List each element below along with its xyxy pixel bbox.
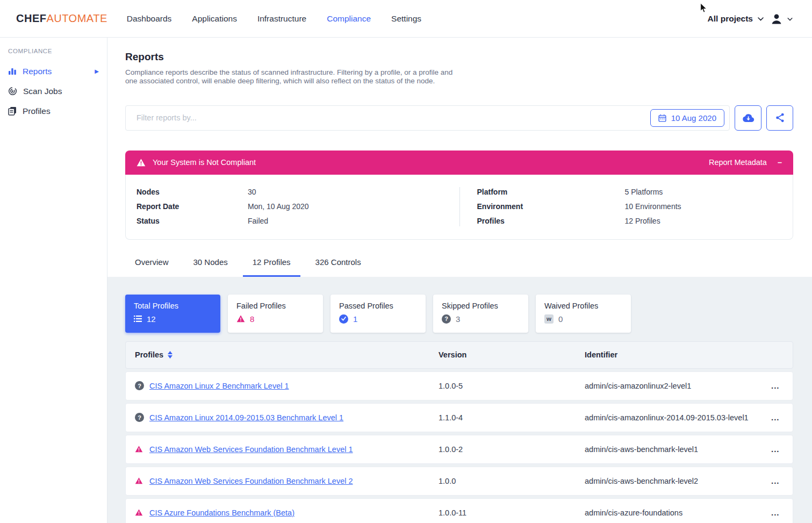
warning-icon <box>136 159 146 167</box>
compliance-status-banner: Your System is Not Compliant Report Meta… <box>125 151 793 175</box>
metadata-row-nodes: Nodes 30 <box>136 185 459 199</box>
card-count-value: 1 <box>353 314 357 324</box>
metadata-row-status: Status Failed <box>136 214 459 228</box>
collapse-metadata-button[interactable]: – <box>778 158 782 167</box>
metadata-value: Mon, 10 Aug 2020 <box>248 202 309 211</box>
profile-identifier: admin/cis-azure-foundations <box>585 508 771 517</box>
tab-overview[interactable]: Overview <box>125 257 178 277</box>
list-icon <box>134 316 142 322</box>
card-title: Failed Profiles <box>236 302 314 310</box>
banner-message: Your System is Not Compliant <box>153 158 256 167</box>
top-navigation: CHEF AUTOMATE Dashboards Applications In… <box>0 0 812 38</box>
row-menu-button[interactable]: ... <box>771 476 793 485</box>
chevron-down-icon[interactable] <box>758 17 764 21</box>
card-skipped-profiles[interactable]: Skipped Profiles ? 3 <box>433 295 528 333</box>
warning-icon <box>135 446 149 453</box>
profile-link[interactable]: CIS Amazon Linux 2014.09-2015.03 Benchma… <box>149 413 439 422</box>
column-header-identifier: Identifier <box>585 350 771 359</box>
metadata-label: Report Date <box>136 202 248 211</box>
filter-reports-input[interactable]: Filter reports by... 10 Aug 2020 <box>125 105 730 131</box>
reports-toolbar: Filter reports by... 10 Aug 2020 <box>125 105 793 131</box>
profile-identifier: admin/cis-amazonlinux2-level1 <box>585 382 771 390</box>
logo-automate: AUTOMATE <box>46 12 107 25</box>
check-circle-icon <box>339 314 348 324</box>
warning-icon <box>135 509 149 516</box>
metadata-label: Profiles <box>477 217 625 225</box>
profile-link[interactable]: CIS Amazon Linux 2 Benchmark Level 1 <box>149 382 439 390</box>
profile-row: CIS Amazon Web Services Foundation Bench… <box>125 467 793 496</box>
tab-profiles[interactable]: 12 Profiles <box>243 257 300 277</box>
metadata-value: 10 Environments <box>625 202 681 211</box>
question-icon: ? <box>135 413 144 422</box>
report-tabs: Overview 30 Nodes 12 Profiles 326 Contro… <box>125 257 793 277</box>
tab-controls[interactable]: 326 Controls <box>306 257 371 277</box>
nav-settings[interactable]: Settings <box>391 14 421 24</box>
card-total-profiles[interactable]: Total Profiles 12 <box>125 295 220 333</box>
tab-nodes[interactable]: 30 Nodes <box>184 257 238 277</box>
sidebar-item-profiles[interactable]: Profiles <box>0 101 107 121</box>
user-icon[interactable] <box>771 13 782 24</box>
metadata-value: 30 <box>248 188 256 196</box>
compliance-sidebar: COMPLIANCE Reports ▶ Scan Jobs Profiles <box>0 38 107 523</box>
profile-summary-cards: Total Profiles 12 Failed Profiles 8 <box>125 295 793 333</box>
sidebar-item-label: Profiles <box>23 106 51 116</box>
nav-dashboards[interactable]: Dashboards <box>127 14 172 24</box>
card-waived-profiles[interactable]: Waived Profiles w 0 <box>536 295 631 333</box>
chevron-down-icon[interactable] <box>787 18 793 21</box>
chef-automate-logo[interactable]: CHEF AUTOMATE <box>16 12 107 25</box>
card-count-value: 0 <box>558 314 563 324</box>
profile-link[interactable]: CIS Amazon Web Services Foundation Bench… <box>149 445 439 454</box>
row-menu-button[interactable]: ... <box>771 413 793 422</box>
metadata-value: Failed <box>248 217 268 225</box>
flyout-arrow-icon[interactable]: ▶ <box>95 68 99 74</box>
warning-icon <box>236 315 245 323</box>
report-date-label: 10 Aug 2020 <box>671 113 716 123</box>
warning-icon <box>135 477 149 484</box>
sidebar-item-reports[interactable]: Reports ▶ <box>0 61 107 81</box>
waived-icon: w <box>544 314 554 324</box>
profile-row: CIS Amazon Web Services Foundation Bench… <box>125 435 793 464</box>
row-menu-button[interactable]: ... <box>771 381 793 390</box>
question-icon: ? <box>135 381 144 390</box>
profile-identifier: admin/cis-aws-benchmark-level1 <box>585 445 771 454</box>
sort-toggle-icon[interactable] <box>168 351 173 359</box>
card-title: Skipped Profiles <box>442 302 520 310</box>
profile-link[interactable]: CIS Amazon Web Services Foundation Bench… <box>149 477 439 485</box>
sidebar-item-label: Reports <box>23 67 52 76</box>
radar-icon <box>8 87 17 96</box>
download-report-button[interactable] <box>735 105 761 131</box>
main-nav: Dashboards Applications Infrastructure C… <box>127 14 421 24</box>
row-menu-button[interactable]: ... <box>771 445 793 454</box>
column-header-profiles: Profiles <box>135 350 163 359</box>
projects-dropdown[interactable]: All projects <box>708 14 753 24</box>
nav-compliance[interactable]: Compliance <box>327 14 371 24</box>
logo-chef: CHEF <box>16 12 46 25</box>
card-count-value: 8 <box>250 314 254 324</box>
card-passed-profiles[interactable]: Passed Profiles 1 <box>330 295 426 333</box>
filter-placeholder: Filter reports by... <box>136 113 197 122</box>
card-failed-profiles[interactable]: Failed Profiles 8 <box>228 295 323 333</box>
profile-version: 1.0.0-5 <box>439 382 585 390</box>
card-title: Waived Profiles <box>544 302 622 310</box>
report-metadata-panel: Nodes 30 Report Date Mon, 10 Aug 2020 St… <box>125 175 793 240</box>
calendar-icon <box>658 114 666 122</box>
metadata-label: Nodes <box>136 188 248 196</box>
page-description: Compliance reports describe the status o… <box>125 68 458 86</box>
nav-infrastructure[interactable]: Infrastructure <box>257 14 306 24</box>
sidebar-item-scan-jobs[interactable]: Scan Jobs <box>0 81 107 101</box>
profile-identifier: admin/cis-aws-benchmark-level2 <box>585 477 771 485</box>
profile-row: CIS Azure Foundations Benchmark (Beta) 1… <box>125 498 793 523</box>
cloud-download-icon <box>742 113 754 123</box>
profile-version: 1.1.0-4 <box>439 413 585 422</box>
profile-version: 1.0.0-11 <box>439 508 585 517</box>
profile-link[interactable]: CIS Azure Foundations Benchmark (Beta) <box>149 508 439 517</box>
column-header-version: Version <box>439 350 585 359</box>
row-menu-button[interactable]: ... <box>771 508 793 517</box>
profiles-table-header: Profiles Version Identifier <box>125 341 793 369</box>
profile-row: ? CIS Amazon Linux 2014.09-2015.03 Bench… <box>125 403 793 432</box>
metadata-row-profiles: Profiles 12 Profiles <box>477 214 793 228</box>
profile-version: 1.0.0-2 <box>439 445 585 454</box>
nav-applications[interactable]: Applications <box>192 14 237 24</box>
report-date-button[interactable]: 10 Aug 2020 <box>650 109 724 127</box>
share-report-button[interactable] <box>766 105 793 131</box>
